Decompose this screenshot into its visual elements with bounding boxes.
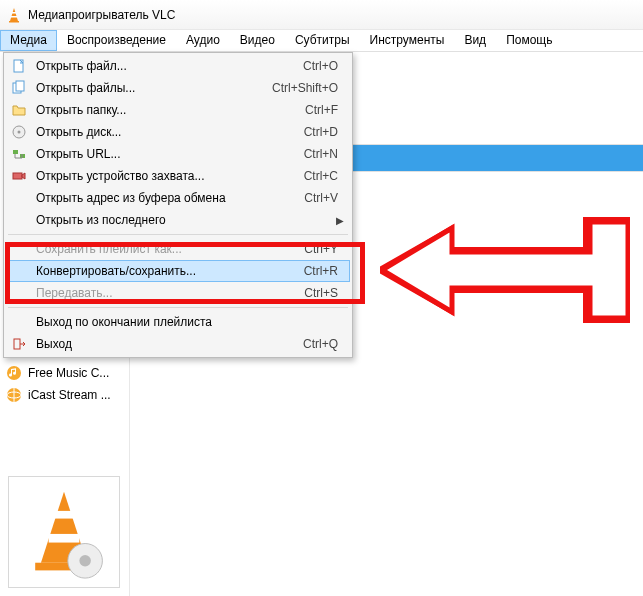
exit-icon — [10, 335, 28, 353]
menu-video[interactable]: Видео — [230, 30, 285, 51]
window-title: Медиапроигрыватель VLC — [28, 8, 175, 22]
menu-quit-after[interactable]: Выход по окончании плейлиста — [6, 311, 350, 333]
menu-subtitles[interactable]: Субтитры — [285, 30, 360, 51]
menu-open-files[interactable]: Открыть файлы... Ctrl+Shift+O — [6, 77, 350, 99]
file-icon — [10, 57, 28, 75]
sidebar-item-label: Free Music C... — [28, 366, 109, 380]
menu-tools[interactable]: Инструменты — [360, 30, 455, 51]
menu-open-recent[interactable]: Открыть из последнего ▶ — [6, 209, 350, 231]
menu-save-playlist[interactable]: Сохранить плейлист как... Ctrl+Y — [6, 238, 350, 260]
menu-help[interactable]: Помощь — [496, 30, 562, 51]
menu-open-disc[interactable]: Открыть диск... Ctrl+D — [6, 121, 350, 143]
menu-separator — [8, 307, 348, 308]
menu-open-capture[interactable]: Открыть устройство захвата... Ctrl+C — [6, 165, 350, 187]
vlc-logo — [8, 476, 120, 588]
music-icon — [6, 365, 22, 381]
sidebar-item-icast[interactable]: iCast Stream ... — [0, 384, 129, 406]
menu-play[interactable]: Воспроизведение — [57, 30, 176, 51]
svg-rect-11 — [49, 534, 80, 543]
menu-view[interactable]: Вид — [454, 30, 496, 51]
globe-icon — [6, 387, 22, 403]
files-icon — [10, 79, 28, 97]
menu-open-clipboard[interactable]: Открыть адрес из буфера обмена Ctrl+V — [6, 187, 350, 209]
svg-rect-2 — [12, 12, 16, 14]
menu-bar: Медиа Воспроизведение Аудио Видео Субтит… — [0, 30, 643, 52]
svg-rect-10 — [54, 511, 73, 519]
menu-media[interactable]: Медиа — [0, 30, 57, 51]
menu-audio[interactable]: Аудио — [176, 30, 230, 51]
svg-rect-26 — [14, 339, 20, 349]
menu-open-file[interactable]: Открыть файл... Ctrl+O — [6, 55, 350, 77]
svg-rect-1 — [9, 21, 19, 23]
menu-open-url[interactable]: Открыть URL... Ctrl+N — [6, 143, 350, 165]
svg-rect-24 — [13, 173, 22, 179]
network-icon — [10, 145, 28, 163]
svg-rect-19 — [13, 150, 18, 154]
media-dropdown: Открыть файл... Ctrl+O Открыть файлы... … — [3, 52, 353, 358]
sidebar-item-label: iCast Stream ... — [28, 388, 111, 402]
svg-rect-3 — [11, 16, 17, 18]
chevron-right-icon: ▶ — [336, 215, 344, 226]
menu-convert-save[interactable]: Конвертировать/сохранить... Ctrl+R — [6, 260, 350, 282]
disc-icon — [10, 123, 28, 141]
vlc-cone-icon — [6, 7, 22, 23]
menu-open-folder[interactable]: Открыть папку... Ctrl+F — [6, 99, 350, 121]
svg-marker-0 — [10, 8, 18, 21]
folder-icon — [10, 101, 28, 119]
svg-point-18 — [18, 131, 21, 134]
svg-rect-16 — [16, 81, 24, 91]
menu-separator — [8, 234, 348, 235]
svg-point-13 — [79, 555, 91, 567]
capture-icon — [10, 167, 28, 185]
title-bar: Медиапроигрыватель VLC — [0, 0, 643, 30]
menu-stream[interactable]: Передавать... Ctrl+S — [6, 282, 350, 304]
menu-quit[interactable]: Выход Ctrl+Q — [6, 333, 350, 355]
sidebar-item-freemusic[interactable]: Free Music C... — [0, 362, 129, 384]
